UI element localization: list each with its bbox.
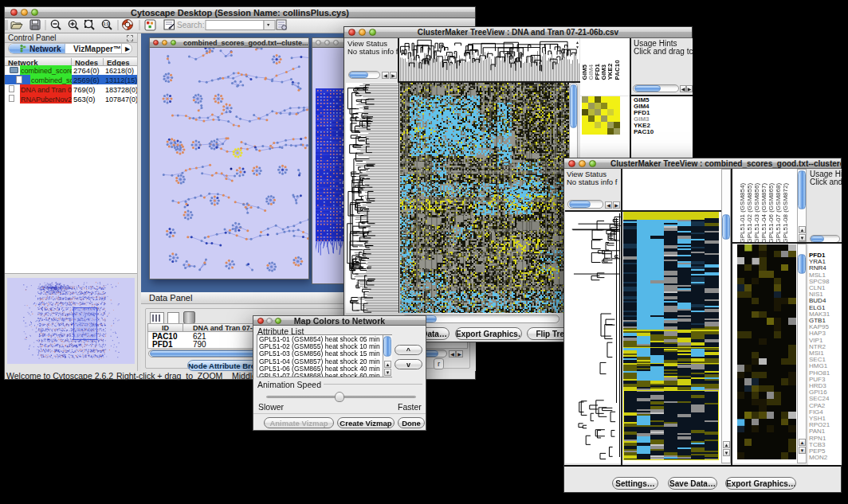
svg-text:1:1: 1:1 bbox=[103, 21, 108, 26]
svg-text:Search:: Search: bbox=[177, 21, 204, 29]
